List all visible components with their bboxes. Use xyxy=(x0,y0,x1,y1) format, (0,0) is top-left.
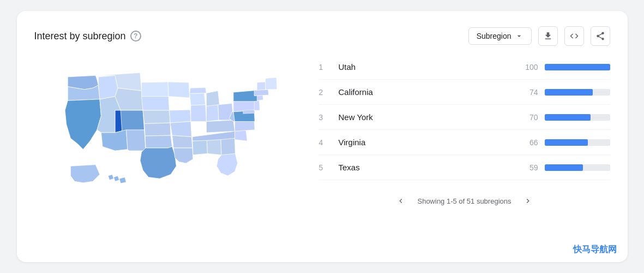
bar-track-virginia xyxy=(545,139,610,146)
list-item: 1 Utah 100 xyxy=(319,55,610,80)
subregion-label: Subregion xyxy=(477,32,511,40)
rank-4: 4 xyxy=(319,138,332,147)
us-map xyxy=(34,55,302,227)
rank-1: 1 xyxy=(319,63,332,72)
score-texas: 59 xyxy=(519,163,538,172)
header-left: Interest by subregion ? xyxy=(34,31,141,42)
next-page-button[interactable] xyxy=(520,193,535,209)
rank-3: 3 xyxy=(319,113,332,122)
region-texas: Texas xyxy=(339,163,519,172)
rank-5: 5 xyxy=(319,163,332,172)
bar-track-utah xyxy=(545,64,610,70)
list-area: 1 Utah 100 2 California 74 3 New York xyxy=(319,55,610,227)
subregion-dropdown[interactable]: Subregion xyxy=(468,27,532,45)
share-icon xyxy=(595,31,605,41)
map-area xyxy=(34,55,302,227)
chevron-right-icon xyxy=(523,197,532,205)
embed-icon xyxy=(569,31,579,41)
share-button[interactable] xyxy=(591,26,610,46)
list-item: 3 New York 70 xyxy=(319,105,610,130)
embed-button[interactable] xyxy=(564,26,584,46)
bar-fill-utah xyxy=(545,64,610,70)
region-utah: Utah xyxy=(339,62,519,72)
help-icon[interactable]: ? xyxy=(130,31,141,41)
download-icon xyxy=(543,31,553,41)
bar-fill-virginia xyxy=(545,139,588,146)
bar-track-new-york xyxy=(545,114,610,121)
card: Interest by subregion ? Subregion xyxy=(17,11,628,262)
download-button[interactable] xyxy=(538,26,558,46)
region-new-york: New York xyxy=(339,112,519,122)
bar-fill-california xyxy=(545,89,593,96)
rank-2: 2 xyxy=(319,88,332,97)
score-utah: 100 xyxy=(519,63,538,72)
chevron-down-icon xyxy=(515,32,523,40)
score-new-york: 70 xyxy=(519,113,538,122)
bar-track-california xyxy=(545,89,610,96)
score-virginia: 66 xyxy=(519,138,538,147)
watermark: 快马导航网 xyxy=(573,244,617,256)
bar-track-texas xyxy=(545,164,610,171)
list-item: 2 California 74 xyxy=(319,80,610,105)
pagination: Showing 1-5 of 51 subregions xyxy=(319,193,610,209)
header-right: Subregion xyxy=(468,26,610,46)
card-header: Interest by subregion ? Subregion xyxy=(34,26,610,46)
chevron-left-icon xyxy=(396,197,405,205)
prev-page-button[interactable] xyxy=(393,193,408,209)
main-content: 1 Utah 100 2 California 74 3 New York xyxy=(34,55,610,227)
score-california: 74 xyxy=(519,88,538,97)
bar-fill-texas xyxy=(545,164,583,171)
card-title: Interest by subregion xyxy=(34,31,126,42)
region-virginia: Virginia xyxy=(339,138,519,147)
bar-fill-new-york xyxy=(545,114,591,121)
list-item: 5 Texas 59 xyxy=(319,155,610,180)
region-california: California xyxy=(339,87,519,97)
list-item: 4 Virginia 66 xyxy=(319,130,610,155)
pagination-label: Showing 1-5 of 51 subregions xyxy=(417,197,511,205)
